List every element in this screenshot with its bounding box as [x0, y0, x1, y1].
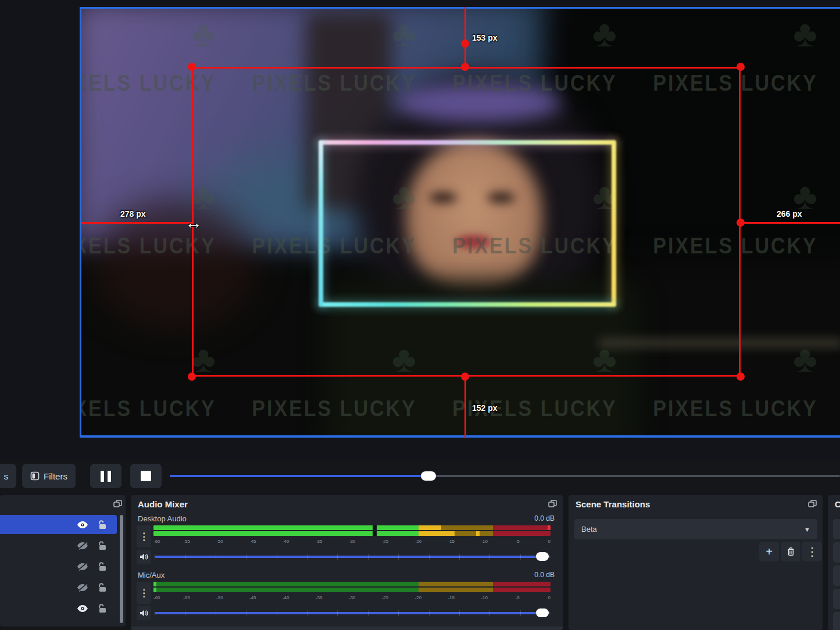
partial-toolbar-button[interactable]: s: [0, 464, 16, 488]
watermark-text: PIXELS LUCKY: [80, 396, 216, 422]
crop-handle[interactable]: [188, 63, 196, 71]
transition-selected-value: Beta: [581, 525, 597, 534]
crop-handle[interactable]: [737, 63, 745, 71]
meter-tick-label: -30: [349, 539, 356, 544]
clover-watermark-icon: ♣: [191, 12, 216, 55]
volume-handle[interactable]: [536, 608, 549, 617]
crop-handle[interactable]: [737, 373, 745, 381]
meter-tick-label: -55: [183, 595, 190, 600]
unlock-icon[interactable]: [96, 561, 109, 572]
meter-tick-label: -45: [249, 539, 256, 544]
source-row[interactable]: [0, 599, 117, 618]
controls-panel: C: [828, 495, 840, 630]
channel-db-value: 0.0 dB: [534, 571, 555, 579]
panel-popout-icon[interactable]: [808, 500, 817, 508]
crop-handle[interactable]: [461, 373, 469, 381]
media-seek-slider[interactable]: [170, 471, 840, 481]
controls-button[interactable]: [833, 519, 840, 539]
preview-background: PIXELS LUCKY♣PIXELS LUCKY♣PIXELS LUCKY♣P…: [0, 0, 840, 460]
transition-properties-button[interactable]: ⋮: [802, 542, 822, 561]
level-meter: [153, 582, 551, 593]
crop-bounding-box[interactable]: [192, 67, 741, 377]
filters-button-label: Filters: [44, 471, 67, 481]
add-transition-button[interactable]: +: [759, 542, 779, 561]
channel-options-kebab-button[interactable]: ⋮: [137, 582, 151, 604]
meter-tick-label: -45: [249, 595, 256, 600]
source-row[interactable]: [0, 578, 117, 597]
meter-tick-label: -60: [153, 539, 160, 544]
meter-tick-label: -50: [216, 595, 223, 600]
level-meter-bar: [153, 582, 551, 586]
pause-button[interactable]: [90, 464, 121, 488]
channel-options-kebab-button[interactable]: ⋮: [137, 525, 151, 547]
source-row[interactable]: [0, 515, 117, 534]
measure-label-top: 153 px: [472, 33, 498, 42]
meter-tick-label: -20: [415, 539, 422, 544]
scene-transitions-title: Scene Transitions: [576, 499, 650, 509]
stop-button[interactable]: [130, 464, 162, 488]
stop-icon: [141, 471, 151, 481]
scene-transitions-panel: Scene Transitions Beta ▼ + ⋮: [569, 495, 823, 630]
obs-window: PIXELS LUCKY♣PIXELS LUCKY♣PIXELS LUCKY♣P…: [0, 0, 840, 630]
filters-button[interactable]: Filters: [22, 464, 76, 488]
meter-tick-label: 0: [548, 539, 551, 544]
crop-handle[interactable]: [188, 373, 196, 381]
meter-tick-label: -50: [216, 539, 223, 544]
filters-icon: [30, 471, 40, 481]
volume-handle[interactable]: [536, 552, 549, 561]
panel-popout-icon[interactable]: [548, 500, 557, 508]
clover-watermark-icon: ♣: [392, 12, 416, 55]
source-row[interactable]: [0, 557, 117, 576]
level-meter: [153, 525, 551, 537]
transition-select[interactable]: Beta ▼: [574, 519, 817, 539]
meter-tick-label: 0: [548, 595, 551, 600]
eye-icon[interactable]: [76, 520, 89, 530]
crop-handle[interactable]: [737, 219, 745, 227]
speaker-mute-button[interactable]: [137, 606, 151, 620]
channel-name: Mic/Aux: [138, 571, 165, 579]
meter-tick-label: -40: [283, 539, 289, 544]
controls-panel-title: C: [835, 499, 840, 509]
sources-scrollbar[interactable]: [120, 515, 123, 623]
measure-dot-top: [461, 40, 469, 48]
volume-ticks: [155, 610, 551, 616]
controls-button[interactable]: [833, 542, 840, 563]
mixer-channel: Mic/Aux0.0 dB⋮-60-55-50-45-40-35-30-25-2…: [131, 571, 563, 623]
unlock-icon[interactable]: [96, 603, 109, 614]
unlock-icon[interactable]: [96, 582, 109, 593]
meter-tick-label: -25: [382, 595, 389, 600]
meter-tick-label: -15: [448, 595, 455, 600]
volume-ticks: [155, 554, 551, 560]
horizontal-resize-cursor-icon: ↔: [185, 213, 202, 232]
remove-transition-button[interactable]: [781, 542, 800, 561]
watermark-text: PIXELS LUCKY: [653, 396, 817, 422]
controls-button[interactable]: [833, 565, 840, 586]
meter-tick-label: -35: [316, 539, 323, 544]
measure-line-left: [81, 222, 192, 224]
eye-slash-icon[interactable]: [76, 540, 89, 551]
clover-watermark-icon: ♣: [592, 12, 617, 55]
volume-slider[interactable]: [155, 550, 551, 564]
meter-scale: -60-55-50-45-40-35-30-25-20-15-10-50: [153, 538, 551, 546]
source-row[interactable]: [0, 536, 117, 555]
speaker-mute-button[interactable]: [137, 550, 151, 564]
eye-icon[interactable]: [76, 603, 89, 614]
unlock-icon[interactable]: [96, 540, 109, 551]
crop-handle[interactable]: [461, 63, 469, 71]
clover-watermark-icon: ♣: [793, 338, 817, 381]
mixer-channel: Desktop Audio0.0 dB⋮-60-55-50-45-40-35-3…: [131, 514, 563, 567]
volume-slider[interactable]: [155, 606, 551, 620]
eye-slash-icon[interactable]: [76, 582, 89, 593]
seek-handle[interactable]: [421, 471, 436, 481]
measure-line-right: [741, 222, 840, 224]
eye-slash-icon[interactable]: [76, 561, 89, 572]
pause-icon: [101, 471, 111, 482]
panel-popout-icon[interactable]: [113, 500, 122, 508]
unlock-icon[interactable]: [96, 520, 109, 530]
measure-label-right: 266 px: [777, 209, 802, 219]
meter-tick-label: -10: [481, 539, 488, 544]
controls-button[interactable]: [833, 612, 840, 630]
audio-mixer-title: Audio Mixer: [138, 499, 188, 509]
controls-button[interactable]: [833, 589, 840, 609]
audio-mixer-panel: Audio Mixer Desktop Audio0.0 dB⋮-60-55-5…: [131, 495, 563, 630]
